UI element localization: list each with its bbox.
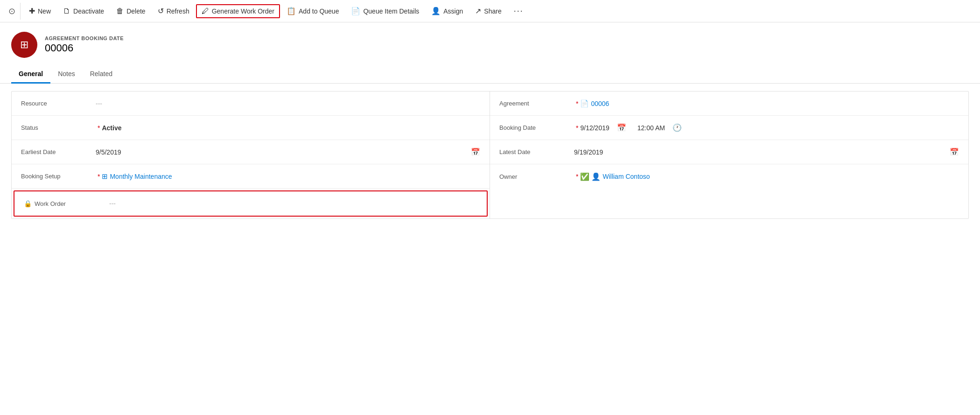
status-label: Status xyxy=(21,124,96,131)
booking-date-field: Booking Date * 9/12/2019 📅 12:00 AM 🕐 xyxy=(490,116,968,140)
record-header: ⊞ AGREEMENT BOOKING DATE 00006 xyxy=(0,22,980,65)
queue-item-details-button[interactable]: 📄 Queue Item Details xyxy=(345,4,425,18)
share-icon: ↗ xyxy=(475,7,481,15)
back-button[interactable]: ⊙ xyxy=(4,3,21,20)
add-to-queue-icon: 📋 xyxy=(287,7,296,15)
booking-setup-required-marker: * xyxy=(98,173,100,180)
resource-label: Resource xyxy=(21,100,96,107)
latest-date-label: Latest Date xyxy=(499,148,574,155)
owner-field: Owner * ✅ 👤 William Contoso xyxy=(490,164,968,189)
tab-related[interactable]: Related xyxy=(83,65,120,84)
generate-work-order-button[interactable]: 🖊 Generate Work Order xyxy=(196,4,280,18)
tab-general[interactable]: General xyxy=(11,65,50,84)
toolbar: ⊙ ✚ New 🗋 Deactivate 🗑 Delete ↺ Refresh … xyxy=(0,0,980,22)
record-avatar: ⊞ xyxy=(11,32,37,58)
queue-item-details-icon: 📄 xyxy=(351,7,360,15)
latest-date-field: Latest Date 9/19/2019 📅 xyxy=(490,140,968,164)
booking-setup-icon: ⊞ xyxy=(102,172,108,181)
owner-value[interactable]: William Contoso xyxy=(602,173,650,180)
resource-value: --- xyxy=(96,100,480,107)
deactivate-icon: 🗋 xyxy=(63,7,70,15)
earliest-date-calendar-icon[interactable]: 📅 xyxy=(471,148,480,156)
booking-date-value[interactable]: 9/12/2019 xyxy=(580,124,609,132)
more-button[interactable]: ··· xyxy=(508,3,529,19)
owner-check-icon: ✅ xyxy=(580,172,589,181)
owner-person-icon: 👤 xyxy=(591,172,601,181)
work-order-label: Work Order xyxy=(35,200,109,207)
delete-icon: 🗑 xyxy=(116,7,124,15)
earliest-date-field: Earliest Date 9/5/2019 📅 xyxy=(12,140,490,164)
owner-value-section: ✅ 👤 William Contoso xyxy=(580,172,650,181)
record-id: 00006 xyxy=(45,42,124,54)
new-button[interactable]: ✚ New xyxy=(23,4,56,18)
add-to-queue-button[interactable]: 📋 Add to Queue xyxy=(281,4,344,18)
booking-setup-field: Booking Setup * ⊞ Monthly Maintenance xyxy=(12,164,490,189)
owner-label: Owner xyxy=(499,173,574,180)
agreement-value[interactable]: 00006 xyxy=(591,100,959,107)
refresh-icon: ↺ xyxy=(158,7,164,15)
assign-icon: 👤 xyxy=(431,7,441,15)
owner-required-marker: * xyxy=(576,173,578,180)
booking-time-clock-icon[interactable]: 🕐 xyxy=(672,123,682,132)
generate-work-order-icon: 🖊 xyxy=(202,7,209,15)
entity-name: AGREEMENT BOOKING DATE xyxy=(45,35,124,41)
resource-field: Resource --- xyxy=(12,91,490,116)
work-order-value[interactable]: --- xyxy=(109,200,477,207)
assign-button[interactable]: 👤 Assign xyxy=(426,4,469,18)
refresh-button[interactable]: ↺ Refresh xyxy=(152,4,195,18)
record-avatar-icon: ⊞ xyxy=(20,39,28,51)
booking-date-calendar-icon[interactable]: 📅 xyxy=(617,123,626,132)
agreement-required-marker: * xyxy=(576,100,578,107)
work-order-lock-icon: 🔒 xyxy=(24,200,32,207)
latest-date-calendar-icon[interactable]: 📅 xyxy=(950,148,959,156)
booking-setup-value[interactable]: Monthly Maintenance xyxy=(110,173,480,180)
booking-date-required-marker: * xyxy=(576,124,578,132)
booking-date-label: Booking Date xyxy=(499,124,574,131)
agreement-doc-icon: 📄 xyxy=(580,99,589,108)
tabs-bar: General Notes Related xyxy=(0,65,980,84)
form-section: Resource --- Status * Active Earliest Da… xyxy=(11,91,969,219)
form-grid: Resource --- Status * Active Earliest Da… xyxy=(12,91,968,218)
delete-button[interactable]: 🗑 Delete xyxy=(111,4,151,18)
status-required-marker: * xyxy=(98,124,100,132)
new-icon: ✚ xyxy=(29,7,35,15)
work-order-container: 🔒 Work Order --- xyxy=(14,190,488,217)
earliest-date-value[interactable]: 9/5/2019 xyxy=(96,148,467,156)
tab-notes[interactable]: Notes xyxy=(50,65,83,84)
agreement-label: Agreement xyxy=(499,100,574,107)
form-right-column: Agreement * 📄 00006 Booking Date * 9/12/… xyxy=(490,91,968,218)
more-icon: ··· xyxy=(514,6,524,16)
form-left-column: Resource --- Status * Active Earliest Da… xyxy=(12,91,490,218)
booking-setup-label: Booking Setup xyxy=(21,173,96,180)
latest-date-value[interactable]: 9/19/2019 xyxy=(574,148,946,156)
agreement-field: Agreement * 📄 00006 xyxy=(490,91,968,116)
booking-time-value[interactable]: 12:00 AM xyxy=(637,124,665,132)
share-button[interactable]: ↗ Share xyxy=(469,4,507,18)
status-field: Status * Active xyxy=(12,116,490,140)
booking-date-time-section: 9/12/2019 📅 12:00 AM 🕐 xyxy=(580,123,681,132)
earliest-date-label: Earliest Date xyxy=(21,148,96,155)
status-value[interactable]: Active xyxy=(102,124,480,132)
work-order-field: 🔒 Work Order --- xyxy=(14,191,487,216)
deactivate-button[interactable]: 🗋 Deactivate xyxy=(57,4,110,18)
